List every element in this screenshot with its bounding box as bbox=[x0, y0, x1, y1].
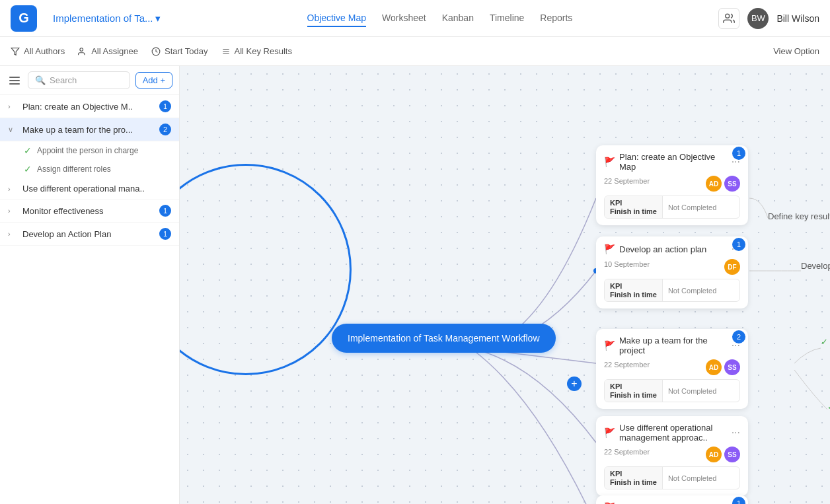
team-members-button[interactable] bbox=[718, 8, 739, 29]
chevron-right-icon-5: › bbox=[8, 230, 17, 238]
blue-circle-highlight bbox=[180, 164, 352, 375]
filter-authors-label: All Authors bbox=[24, 46, 65, 56]
filter-all-key-results[interactable]: All Key Results bbox=[221, 46, 292, 56]
sidebar-item-plan-objective-label: Plan: create an Objective M.. bbox=[22, 102, 154, 112]
card2-title: Develop an action plan bbox=[619, 244, 728, 254]
card2-kpi-label: KPI Finish in time bbox=[605, 279, 663, 301]
nav-reports[interactable]: Reports bbox=[540, 10, 572, 27]
center-node-plus-button[interactable]: + bbox=[567, 377, 582, 391]
card1-avatar-ss: SS bbox=[724, 176, 740, 192]
nav-objective-map[interactable]: Objective Map bbox=[307, 10, 366, 27]
sidebar-item-develop-action-badge: 1 bbox=[159, 228, 171, 240]
card3-badge: 2 bbox=[732, 330, 745, 343]
card1-flag-icon: 🚩 bbox=[604, 157, 615, 167]
annotation-define-key-results: Define key results and Key Success Facto… bbox=[768, 211, 830, 221]
card1-date: 22 September bbox=[604, 177, 650, 185]
top-navigation: G Implementation of Ta... ▾ Objective Ma… bbox=[0, 0, 830, 37]
hamburger-menu[interactable] bbox=[7, 74, 22, 87]
card1-kpi-label: KPI Finish in time bbox=[605, 196, 663, 218]
filter-bar: All Authors All Assignee Start Today All… bbox=[0, 37, 830, 66]
chevron-right-icon: › bbox=[8, 102, 17, 110]
search-placeholder: Search bbox=[50, 75, 77, 85]
card1-avatar-ad: AD bbox=[706, 176, 722, 192]
card3-date: 22 September bbox=[604, 361, 650, 369]
annotation-appoint-person: ✓ Appoint the person in charge bbox=[827, 402, 830, 412]
search-box[interactable]: 🔍 Search bbox=[28, 71, 130, 89]
card-monitor-effectiveness: 1 🚩 Monitor effectiveness 22 September A… bbox=[596, 495, 748, 504]
sidebar-sub-item-assign-roles-label: Assign different roles bbox=[37, 164, 111, 174]
main-layout: 🔍 Search Add + › Plan: create an Objecti… bbox=[0, 66, 830, 504]
card4-avatar-ad: AD bbox=[706, 447, 722, 462]
card4-date: 22 September bbox=[604, 448, 650, 456]
svg-point-0 bbox=[726, 14, 730, 18]
sidebar-item-develop-action[interactable]: › Develop an Action Plan 1 bbox=[0, 223, 179, 246]
svg-marker-1 bbox=[11, 48, 19, 55]
user-name: Bill Wilson bbox=[776, 13, 819, 24]
user-avatar[interactable]: BW bbox=[747, 8, 769, 29]
card2-flag-icon: 🚩 bbox=[604, 244, 615, 254]
check-icon: ✓ bbox=[24, 145, 32, 156]
annotation-assign-roles: ✓ Assign different roles bbox=[821, 337, 830, 347]
sidebar-item-monitor[interactable]: › Monitor effectiveness 1 bbox=[0, 199, 179, 223]
card3-kpi-status: Not Completed bbox=[663, 380, 722, 402]
sidebar-item-monitor-label: Monitor effectiveness bbox=[22, 206, 154, 216]
card3-avatar-ad: AD bbox=[706, 359, 722, 375]
card-plan-objective: 1 🚩 Plan: create an Objective Map ··· 22… bbox=[596, 145, 748, 225]
annotation-appoint-check: ✓ bbox=[827, 402, 830, 412]
center-node[interactable]: Implementation of Task Management Workfl… bbox=[332, 324, 556, 353]
add-button[interactable]: Add + bbox=[135, 72, 172, 89]
project-title-text: Implementation of Ta... bbox=[53, 13, 153, 24]
chevron-right-icon-3: › bbox=[8, 185, 17, 193]
chevron-right-icon-4: › bbox=[8, 207, 17, 215]
sidebar-item-monitor-badge: 1 bbox=[159, 205, 171, 217]
avatar-initials: BW bbox=[751, 13, 765, 23]
sidebar-sub-item-assign-roles[interactable]: ✓ Assign different roles bbox=[0, 160, 179, 178]
card4-avatar-ss: SS bbox=[724, 447, 740, 462]
card4-kpi-status: Not Completed bbox=[663, 467, 722, 489]
card2-badge: 1 bbox=[732, 238, 745, 251]
sidebar-item-use-different[interactable]: › Use different operational mana.. bbox=[0, 178, 179, 199]
nav-right: BW Bill Wilson bbox=[718, 8, 819, 29]
card3-flag-icon: 🚩 bbox=[604, 340, 615, 351]
sidebar-item-make-up-team-label: Make up a team for the pro... bbox=[22, 125, 154, 135]
view-option-button[interactable]: View Option bbox=[773, 46, 819, 56]
project-title-chevron: ▾ bbox=[155, 13, 161, 24]
card-make-up-team: 2 🚩 Make up a team for the project ··· 2… bbox=[596, 329, 748, 409]
card-develop-action: 1 🚩 Develop an action plan ··· 10 Septem… bbox=[596, 236, 748, 308]
card5-badge: 1 bbox=[732, 497, 745, 504]
sidebar-item-plan-objective[interactable]: › Plan: create an Objective M.. 1 bbox=[0, 95, 179, 118]
card1-title: Plan: create an Objective Map bbox=[619, 152, 728, 172]
center-node-label: Implementation of Task Management Workfl… bbox=[348, 333, 540, 343]
sidebar-item-plan-objective-badge: 1 bbox=[159, 100, 171, 112]
canvas-area[interactable]: Implementation of Task Management Workfl… bbox=[180, 66, 830, 504]
card1-kpi-status: Not Completed bbox=[663, 196, 722, 218]
filter-key-results-label: All Key Results bbox=[235, 46, 292, 56]
card3-avatar-ss: SS bbox=[724, 359, 740, 375]
card3-title: Make up a team for the project bbox=[619, 336, 728, 355]
search-icon: 🔍 bbox=[35, 75, 46, 85]
filter-all-authors[interactable]: All Authors bbox=[11, 46, 65, 56]
card2-avatar-df: DF bbox=[724, 259, 740, 275]
project-title[interactable]: Implementation of Ta... ▾ bbox=[53, 13, 161, 24]
sidebar-item-make-up-team[interactable]: ∨ Make up a team for the pro... 2 bbox=[0, 118, 179, 141]
card4-menu-button[interactable]: ··· bbox=[732, 427, 740, 439]
chevron-down-icon: ∨ bbox=[8, 126, 17, 134]
main-navigation: Objective Map Worksheet Kanban Timeline … bbox=[176, 10, 702, 27]
card-use-different: 🚩 Use different operational management a… bbox=[596, 416, 748, 496]
sidebar: 🔍 Search Add + › Plan: create an Objecti… bbox=[0, 66, 180, 504]
nav-kanban[interactable]: Kanban bbox=[442, 10, 474, 27]
card2-date: 10 September bbox=[604, 260, 650, 268]
sidebar-item-use-different-label: Use different operational mana.. bbox=[22, 184, 171, 194]
nav-timeline[interactable]: Timeline bbox=[490, 10, 524, 27]
sidebar-sub-item-appoint-label: Appoint the person in charge bbox=[37, 146, 138, 155]
filter-start-today[interactable]: Start Today bbox=[151, 46, 208, 56]
app-logo[interactable]: G bbox=[11, 5, 37, 32]
nav-worksheet[interactable]: Worksheet bbox=[382, 10, 426, 27]
sidebar-item-make-up-team-badge: 2 bbox=[159, 124, 171, 135]
filter-all-assignee[interactable]: All Assignee bbox=[78, 46, 138, 56]
sidebar-item-develop-action-label: Develop an Action Plan bbox=[22, 229, 154, 239]
svg-point-2 bbox=[80, 48, 83, 51]
filter-start-today-label: Start Today bbox=[165, 46, 208, 56]
filter-assignee-label: All Assignee bbox=[91, 46, 138, 56]
sidebar-sub-item-appoint[interactable]: ✓ Appoint the person in charge bbox=[0, 141, 179, 160]
